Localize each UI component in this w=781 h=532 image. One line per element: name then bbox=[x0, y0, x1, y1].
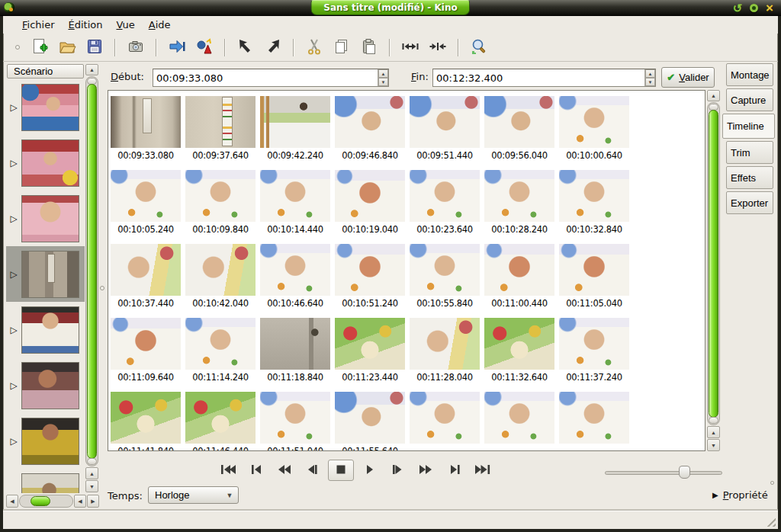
frame-cell[interactable]: 00:11:28.040 bbox=[407, 312, 482, 386]
join-scenes-button[interactable] bbox=[425, 36, 450, 59]
tab-montage[interactable]: Montage bbox=[726, 63, 773, 86]
frame-thumbnail[interactable] bbox=[484, 318, 554, 370]
frame-thumbnail[interactable] bbox=[484, 170, 554, 222]
frame-cell[interactable]: 00:10:00.640 bbox=[557, 91, 632, 165]
frame-thumbnail[interactable] bbox=[335, 170, 405, 222]
scenario-list-item[interactable]: ▷ bbox=[6, 413, 85, 469]
frame-thumbnail[interactable] bbox=[410, 318, 480, 370]
scrollbar-thumb[interactable] bbox=[87, 84, 97, 459]
frame-cell[interactable]: 00:10:14.440 bbox=[258, 165, 333, 239]
frame-thumbnail[interactable] bbox=[111, 318, 181, 370]
scenario-thumbnail[interactable] bbox=[21, 362, 79, 409]
scrollbar-trough[interactable] bbox=[707, 102, 720, 425]
frame-cell[interactable]: 00:11:05.040 bbox=[557, 239, 632, 312]
frame-thumbnail[interactable] bbox=[260, 244, 330, 296]
frame-thumbnail[interactable] bbox=[185, 392, 256, 444]
split-scene-button[interactable] bbox=[397, 36, 423, 59]
close-button[interactable]: × bbox=[763, 2, 776, 14]
frame-thumbnail[interactable] bbox=[410, 392, 480, 444]
start-time-input[interactable] bbox=[153, 69, 378, 86]
next-scene-button[interactable] bbox=[441, 460, 467, 481]
expander-triangle-icon[interactable]: ▷ bbox=[6, 325, 21, 335]
expander-triangle-icon[interactable]: ▷ bbox=[6, 380, 21, 391]
spin-down-button[interactable]: ▼ bbox=[378, 78, 388, 86]
scroll-up-button[interactable]: ▲ bbox=[707, 426, 720, 438]
frame-thumbnail[interactable] bbox=[260, 170, 330, 222]
scenario-list-item[interactable]: ▷ bbox=[6, 469, 85, 493]
spin-up-button[interactable]: ▲ bbox=[378, 69, 388, 78]
frame-cell[interactable]: 00:10:51.240 bbox=[333, 239, 407, 312]
frame-cell[interactable]: 00:09:37.640 bbox=[183, 91, 258, 165]
fast-forward-button[interactable] bbox=[413, 460, 439, 481]
scrollbar-trough[interactable] bbox=[85, 76, 98, 466]
step-back-button[interactable] bbox=[300, 460, 326, 481]
frame-cell[interactable]: 00:10:32.840 bbox=[557, 165, 632, 239]
expander-triangle-icon[interactable]: ▷ bbox=[6, 213, 21, 224]
scenario-list-item[interactable]: ▷ bbox=[6, 357, 85, 413]
frame-thumbnail[interactable] bbox=[185, 96, 256, 148]
scroll-left-button[interactable]: ◀ bbox=[74, 495, 86, 508]
frame-cell[interactable]: 00:11:32.640 bbox=[482, 312, 557, 386]
prev-scene-button[interactable] bbox=[243, 460, 269, 481]
save-button[interactable] bbox=[82, 36, 107, 59]
frame-thumbnail[interactable] bbox=[559, 170, 629, 222]
scenario-thumbnail[interactable] bbox=[21, 195, 79, 242]
frame-thumbnail[interactable] bbox=[111, 96, 181, 148]
cut-button[interactable] bbox=[301, 36, 326, 59]
frame-cell[interactable]: 00:10:05.240 bbox=[108, 165, 183, 239]
frame-thumbnail[interactable] bbox=[185, 318, 256, 370]
resize-grip[interactable] bbox=[764, 515, 776, 527]
pane-resize-grip[interactable] bbox=[100, 286, 104, 290]
shade-window-button[interactable]: ↺ bbox=[731, 2, 744, 14]
frame-cell[interactable]: 00:10:42.040 bbox=[183, 239, 258, 312]
scroll-up-button[interactable]: ▲ bbox=[85, 467, 98, 479]
frame-thumbnail[interactable] bbox=[260, 392, 330, 444]
scenario-thumbnail[interactable] bbox=[21, 306, 79, 354]
scroll-down-button[interactable]: ▼ bbox=[85, 480, 98, 492]
scroll-left-button[interactable]: ◀ bbox=[6, 495, 18, 508]
frame-thumbnail[interactable] bbox=[559, 244, 629, 296]
frame-thumbnail[interactable] bbox=[185, 244, 256, 296]
scrollbar-trough[interactable] bbox=[19, 495, 73, 508]
skip-start-button[interactable] bbox=[215, 460, 241, 481]
scenario-list-item[interactable]: ▷ bbox=[6, 302, 85, 357]
frame-thumbnail[interactable] bbox=[559, 96, 629, 148]
frame-thumbnail[interactable] bbox=[335, 96, 405, 148]
new-file-button[interactable] bbox=[27, 36, 52, 59]
frame-cell[interactable]: 00:11:41.840 bbox=[108, 386, 183, 451]
scroll-right-button[interactable]: ▶ bbox=[87, 495, 99, 508]
step-forward-button[interactable] bbox=[384, 460, 410, 481]
scenario-list-item[interactable]: ▷ bbox=[6, 191, 85, 246]
frame-thumbnail[interactable] bbox=[484, 96, 554, 148]
menu-vue[interactable]: Vue bbox=[109, 18, 141, 32]
frame-thumbnail[interactable] bbox=[260, 96, 330, 148]
pane-resize-grip[interactable] bbox=[770, 481, 774, 485]
scroll-up-button[interactable]: ▲ bbox=[85, 64, 98, 75]
menu-aide[interactable]: Aide bbox=[142, 18, 178, 32]
end-time-input[interactable] bbox=[433, 69, 644, 86]
frame-thumbnail[interactable] bbox=[410, 96, 480, 148]
menu-fichier[interactable]: Fichier bbox=[15, 18, 62, 32]
scenario-list-item[interactable]: ▷ bbox=[6, 79, 85, 135]
open-button[interactable] bbox=[54, 36, 79, 59]
frame-cell[interactable]: 00:10:37.440 bbox=[108, 239, 183, 312]
copy-button[interactable] bbox=[329, 36, 354, 59]
stop-button[interactable] bbox=[328, 460, 354, 481]
paste-button[interactable] bbox=[356, 36, 381, 59]
frame-cell[interactable]: 00:11:23.440 bbox=[333, 312, 407, 386]
maximize-button[interactable] bbox=[747, 2, 760, 14]
forward-button[interactable] bbox=[260, 36, 285, 59]
frame-cell[interactable]: 00:09:42.240 bbox=[258, 91, 333, 165]
frame-thumbnail[interactable] bbox=[260, 318, 330, 370]
frame-cell[interactable]: 00:10:09.840 bbox=[183, 165, 258, 239]
frame-thumbnail[interactable] bbox=[410, 170, 480, 222]
snapshot-button[interactable] bbox=[123, 36, 148, 59]
frame-cell[interactable]: 00:10:19.040 bbox=[333, 165, 407, 239]
frame-cell[interactable]: 00:10:46.640 bbox=[258, 239, 333, 312]
frame-thumbnail[interactable] bbox=[111, 244, 181, 296]
scenario-thumbnail[interactable] bbox=[21, 139, 79, 187]
toolbar-drag-handle[interactable] bbox=[15, 45, 20, 50]
scroll-down-button[interactable]: ▼ bbox=[707, 439, 720, 451]
tab-timeline[interactable]: Timeline bbox=[722, 114, 775, 139]
frame-cell[interactable]: 00:11:55.640 bbox=[333, 386, 407, 451]
